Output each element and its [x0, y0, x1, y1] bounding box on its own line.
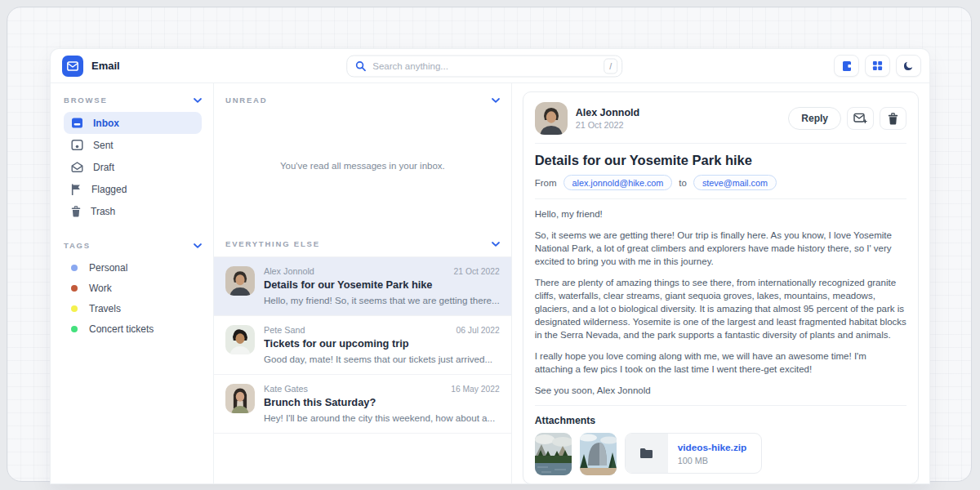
- compose-button[interactable]: [847, 107, 874, 130]
- search-placeholder: Search anything...: [372, 61, 597, 71]
- search-shortcut-badge: /: [604, 58, 617, 74]
- sidebar-item-trash[interactable]: Trash: [64, 200, 202, 222]
- sidebar-item-sent[interactable]: Sent: [64, 134, 202, 156]
- tag-label: Concert tickets: [89, 323, 154, 335]
- tags-section-header: TAGS: [64, 241, 202, 250]
- email-list-item[interactable]: Alex Jonnold 21 Oct 2022 Details for our…: [214, 257, 511, 316]
- app-title: Email: [91, 60, 120, 72]
- draft-icon: [71, 162, 83, 172]
- apps-grid-icon: [872, 60, 883, 71]
- file-icon-area: [626, 434, 668, 473]
- email-subject: Details for our Yosemite Park hike: [264, 278, 500, 291]
- tag-color-dot: [71, 326, 78, 332]
- chevron-down-icon[interactable]: [194, 243, 202, 248]
- reply-button[interactable]: Reply: [788, 107, 841, 130]
- browse-label: BROWSE: [64, 96, 108, 105]
- tag-label: Personal: [89, 262, 127, 274]
- unread-section-header: UNREAD: [214, 83, 511, 105]
- top-bar: Email Search anything... /: [51, 49, 929, 83]
- sidebar-item-draft[interactable]: Draft: [64, 156, 202, 178]
- email-preview: Hey! I'll be around the city this weeken…: [264, 412, 500, 423]
- search-icon: [355, 60, 366, 71]
- email-detail-card: Alex Jonnold 21 Oct 2022 Reply: [523, 91, 919, 483]
- browse-nav: Inbox Sent Draft: [64, 112, 202, 222]
- apps-grid-button[interactable]: [865, 55, 890, 77]
- chevron-down-icon[interactable]: [194, 98, 202, 103]
- tag-item-personal[interactable]: Personal: [64, 257, 202, 278]
- message-list-column: UNREAD You've read all messages in your …: [214, 83, 512, 483]
- browse-section-header: BROWSE: [64, 96, 202, 105]
- email-subject: Tickets for our upcoming trip: [264, 337, 500, 350]
- avatar: [225, 384, 255, 413]
- email-app-window: Email Search anything... /: [51, 49, 929, 483]
- brand: Email: [62, 56, 120, 77]
- file-name: videos-hike.zip: [678, 442, 747, 453]
- divider: [535, 143, 906, 144]
- divider: [535, 198, 906, 199]
- inbox-icon: [71, 117, 83, 129]
- avatar: [535, 102, 568, 135]
- email-summary: Pete Sand 06 Jul 2022 Tickets for our up…: [264, 325, 500, 374]
- from-label: From: [535, 178, 557, 188]
- email-subject: Brunch this Saturday?: [264, 396, 500, 408]
- detail-header: Alex Jonnold 21 Oct 2022 Reply: [535, 102, 906, 135]
- from-email-pill[interactable]: alex.jonnold@hike.com: [564, 175, 673, 190]
- detail-sender-name: Alex Jonnold: [576, 107, 639, 118]
- dark-mode-toggle[interactable]: [896, 55, 921, 77]
- to-email-pill[interactable]: steve@mail.com: [693, 175, 777, 190]
- email-preview: Good day, mate! It seems that our ticket…: [264, 354, 500, 364]
- sidebar-item-flagged[interactable]: Flagged: [64, 178, 202, 200]
- divider: [535, 405, 906, 406]
- folder-icon: [639, 448, 653, 459]
- trash-icon: [71, 206, 81, 217]
- to-label: to: [679, 178, 687, 188]
- email-list-item[interactable]: Pete Sand 06 Jul 2022 Tickets for our up…: [214, 316, 511, 375]
- page-background: Email Search anything... /: [0, 0, 980, 490]
- body-paragraph: There are plenty of amazing things to se…: [535, 276, 906, 341]
- contacts-button[interactable]: [834, 55, 859, 77]
- delete-button[interactable]: [880, 107, 906, 130]
- chevron-down-icon[interactable]: [492, 98, 500, 103]
- unread-label: UNREAD: [225, 96, 267, 105]
- tag-label: Travels: [89, 303, 121, 314]
- main-content: BROWSE Inbox: [51, 83, 929, 483]
- body-paragraph: So, it seems we are getting there! Our t…: [535, 229, 906, 268]
- sidebar-item-label: Trash: [91, 206, 115, 217]
- sent-icon: [71, 139, 83, 151]
- tag-label: Work: [89, 283, 112, 294]
- attachment-file-card[interactable]: videos-hike.zip 100 MB: [625, 433, 763, 474]
- email-list-item[interactable]: Kate Gates 16 May 2022 Brunch this Satur…: [214, 375, 511, 434]
- attachments-row: videos-hike.zip 100 MB: [535, 433, 906, 475]
- tags-label: TAGS: [64, 241, 91, 250]
- email-sender: Kate Gates: [264, 384, 308, 394]
- tag-item-concert-tickets[interactable]: Concert tickets: [64, 318, 202, 339]
- email-sender: Alex Jonnold: [264, 266, 314, 276]
- dark-mode-moon-icon: [903, 60, 914, 71]
- body-paragraph: See you soon, Alex Jonnold: [535, 384, 906, 397]
- sidebar-item-label: Flagged: [91, 184, 127, 195]
- attachment-image-yosemite-valley[interactable]: [535, 433, 572, 475]
- avatar: [225, 325, 255, 354]
- sidebar-item-inbox[interactable]: Inbox: [64, 112, 202, 134]
- body-paragraph: I really hope you love coming along with…: [535, 350, 906, 376]
- tag-color-dot: [71, 265, 78, 271]
- tag-item-work[interactable]: Work: [64, 278, 202, 298]
- search-input[interactable]: Search anything... /: [346, 55, 622, 77]
- attachment-image-half-dome[interactable]: [580, 433, 617, 475]
- chevron-down-icon[interactable]: [492, 242, 500, 247]
- sidebar-item-label: Sent: [93, 140, 114, 151]
- unread-empty-state: You've read all messages in your inbox.: [214, 105, 511, 227]
- tag-item-travels[interactable]: Travels: [64, 298, 202, 318]
- detail-date: 21 Oct 2022: [576, 120, 639, 130]
- email-date: 16 May 2022: [451, 385, 500, 394]
- email-date: 06 Jul 2022: [456, 326, 499, 335]
- email-summary: Kate Gates 16 May 2022 Brunch this Satur…: [264, 384, 500, 433]
- email-body: Hello, my friend! So, it seems we are ge…: [535, 207, 906, 397]
- detail-subject: Details for our Yosemite Park hike: [535, 153, 906, 168]
- sidebar-item-label: Inbox: [93, 118, 119, 129]
- email-logo-icon: [62, 56, 83, 77]
- body-paragraph: Hello, my friend!: [535, 207, 906, 220]
- file-size: 100 MB: [678, 456, 747, 466]
- email-sender: Pete Sand: [264, 325, 305, 335]
- sidebar-item-label: Draft: [93, 162, 114, 173]
